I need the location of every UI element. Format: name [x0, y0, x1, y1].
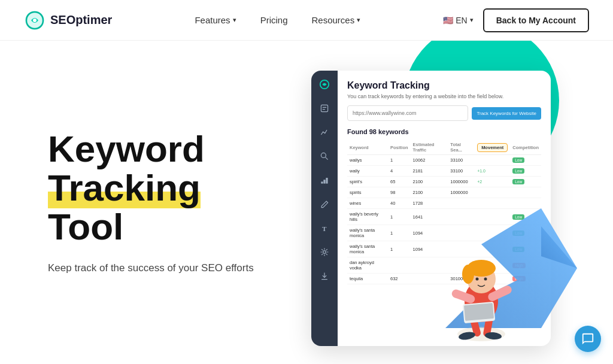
cell-position: 1: [388, 155, 411, 166]
hero-title-line3: Tool: [48, 206, 123, 247]
cell-position: 98: [388, 187, 411, 198]
cell-movement: +1.0: [475, 166, 510, 177]
cell-position: 1: [388, 209, 411, 225]
cell-movement: +2: [475, 177, 510, 187]
svg-point-1: [33, 19, 37, 22]
cell-total: 1000000: [448, 187, 475, 198]
svg-point-12: [323, 251, 326, 254]
cell-competition: Low: [510, 177, 541, 187]
svg-point-29: [462, 265, 474, 284]
main-content: Keyword Tracking Tool Keep track of the …: [0, 41, 613, 364]
nav-item-features[interactable]: Features ▾: [183, 10, 248, 30]
svg-point-6: [321, 153, 326, 157]
cell-keyword: wally's beverly hills: [347, 209, 388, 225]
flag-icon: 🇺🇸: [443, 16, 453, 25]
svg-point-30: [476, 278, 479, 281]
sidebar-icon-download: [318, 269, 331, 283]
cell-total: [448, 198, 475, 209]
cell-keyword: spirit's: [347, 177, 388, 187]
logo-area[interactable]: SEOptimer: [24, 10, 112, 31]
svg-point-31: [484, 278, 487, 281]
nav-item-pricing[interactable]: Pricing: [248, 10, 300, 30]
main-header: SEOptimer Features ▾ Pricing Resources ▾…: [0, 0, 613, 41]
sidebar-icon-settings: [318, 245, 331, 259]
cell-traffic: 1728: [411, 198, 448, 209]
cell-competition: Low: [510, 155, 541, 166]
table-row: wines 40 1728: [347, 198, 541, 209]
sidebar-icon-text: T: [318, 222, 331, 235]
chevron-down-icon: ▾: [470, 16, 474, 24]
hero-right: T Keyword Tracking You can track keyword…: [299, 41, 577, 364]
cell-keyword: wally's santa monica: [347, 225, 388, 241]
chat-icon: [581, 332, 594, 345]
cell-movement: [475, 198, 510, 209]
cell-movement: [475, 155, 510, 166]
col-position: Position: [388, 140, 411, 155]
cell-keyword: dan aykroyd vodka: [347, 257, 388, 274]
cell-position: 1: [388, 225, 411, 241]
col-competition: Competition: [510, 140, 541, 155]
cell-movement: [475, 187, 510, 198]
logo-icon: [24, 10, 45, 31]
chat-button[interactable]: [575, 326, 601, 352]
sidebar-icon-chart: [318, 126, 331, 139]
cell-competition: [510, 187, 541, 198]
cell-keyword: tequila: [347, 274, 388, 284]
track-keywords-button[interactable]: Track Keywords for Website: [472, 107, 541, 120]
dashboard-subtitle: You can track keywords by entering a web…: [347, 93, 541, 99]
chevron-down-icon: ▾: [357, 16, 360, 24]
hero-title: Keyword Tracking Tool: [48, 129, 299, 246]
chevron-down-icon: ▾: [233, 16, 236, 24]
main-nav: Features ▾ Pricing Resources ▾: [183, 10, 372, 30]
sidebar-icon-search: [318, 150, 331, 163]
cell-total: 33100: [448, 166, 475, 177]
cell-traffic: 2100: [411, 187, 448, 198]
cell-keyword: wally: [347, 166, 388, 177]
col-movement: Movement: [475, 140, 510, 155]
cell-position: 40: [388, 198, 411, 209]
sidebar-icon-pencil: [318, 198, 331, 211]
dashboard-title: Keyword Tracking: [347, 80, 541, 91]
cell-keyword: wallys: [347, 155, 388, 166]
cell-position: 65: [388, 177, 411, 187]
keyword-input-row: Track Keywords for Website: [347, 105, 541, 121]
language-selector[interactable]: 🇺🇸 EN ▾: [443, 16, 473, 25]
cell-traffic: 2100: [411, 177, 448, 187]
found-keywords-count: Found 98 keywords: [347, 128, 541, 135]
svg-rect-26: [464, 303, 494, 321]
svg-rect-8: [321, 181, 323, 183]
back-to-account-button[interactable]: Back to My Account: [483, 8, 589, 32]
sidebar-icon-edit: [318, 102, 331, 115]
svg-rect-9: [323, 180, 325, 183]
cell-position: [388, 257, 411, 274]
svg-rect-10: [326, 178, 327, 184]
cell-traffic: 1641: [411, 209, 448, 225]
cell-position: 1: [388, 241, 411, 257]
cell-position: 632: [388, 274, 411, 284]
nav-item-resources[interactable]: Resources ▾: [299, 10, 372, 30]
cell-total: 1000000: [448, 177, 475, 187]
table-row: spirit's 65 2100 1000000 +2 Low: [347, 177, 541, 187]
website-input[interactable]: [347, 105, 468, 121]
logo-text: SEOptimer: [50, 13, 112, 27]
col-total: Total Sea...: [448, 140, 475, 155]
cell-keyword: wines: [347, 198, 388, 209]
cell-competition: [510, 198, 541, 209]
table-row: wallys 1 10062 33100 Low: [347, 155, 541, 166]
cell-traffic: 10062: [411, 155, 448, 166]
hero-subtitle: Keep track of the success of your SEO ef…: [48, 260, 299, 276]
hero-left: Keyword Tracking Tool Keep track of the …: [48, 129, 299, 276]
language-label: EN: [456, 16, 467, 25]
header-right: 🇺🇸 EN ▾ Back to My Account: [443, 8, 589, 32]
col-traffic: Estimated Traffic: [411, 140, 448, 155]
svg-text:T: T: [322, 225, 327, 232]
col-keyword: Keyword: [347, 140, 388, 155]
sidebar-icon-logo: [318, 78, 331, 91]
sidebar-icon-bars: [318, 174, 331, 187]
cell-keyword: spirits: [347, 187, 388, 198]
dashboard-sidebar: T: [311, 71, 338, 346]
svg-line-7: [326, 157, 328, 160]
table-row: wally 4 2181 33100 +1.0 Low: [347, 166, 541, 177]
cell-traffic: 2181: [411, 166, 448, 177]
cell-total: 33100: [448, 155, 475, 166]
